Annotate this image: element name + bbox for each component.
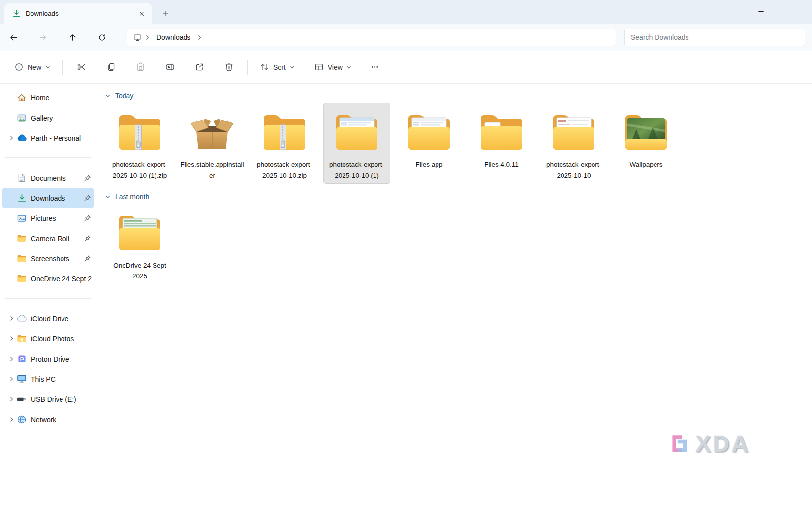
chevron-right-icon[interactable] [7,336,16,341]
folder-sheet-green-icon [116,209,163,256]
copy-button[interactable] [101,58,121,77]
forward-button[interactable] [33,29,52,46]
zip-folder-icon [116,108,163,155]
file-explorer-window: { "window": { "tab_title": "Downloads" }… [0,0,812,513]
onedrive-cloud-icon [16,134,27,142]
chevron-right-icon[interactable] [7,396,16,402]
monitor-icon [133,33,142,42]
share-button[interactable] [189,58,209,77]
chevron-down-icon [290,65,295,70]
sidebar-item-network[interactable]: Network [2,409,94,429]
file-item-photostack-export-2025-10-10-zip[interactable]: photostack-export-2025-10-10.zip [251,103,317,183]
breadcrumb[interactable]: Downloads [127,29,616,46]
titlebar: Downloads [0,0,812,24]
file-name: photostack-export-2025-10-10 [542,159,606,181]
chevron-right-icon[interactable] [7,376,16,382]
sidebar-item-this-pc[interactable]: This PC [2,369,94,389]
cut-button[interactable] [71,58,91,77]
file-item-files-app[interactable]: Files app [396,103,462,173]
back-icon [9,33,18,42]
pin-icon [83,255,92,262]
sidebar-item-home[interactable]: Home [2,88,94,108]
delete-button[interactable] [219,58,239,77]
share-icon [195,62,204,72]
close-icon [139,11,145,17]
delete-icon [224,62,234,72]
file-item-photostack-export-2025-10-10-1-zip[interactable]: photostack-export-2025-10-10 (1).zip [107,103,173,183]
file-item-onedrive-24-sept-2025[interactable]: OneDrive 24 Sept 2025 [107,204,173,284]
package-box-icon [188,108,236,155]
sidebar-item-onedrive-24-sept-2[interactable]: OneDrive 24 Sept 2 [2,269,94,289]
file-name: Files-4.0.11 [469,159,533,170]
file-item-files-4-0-11[interactable]: Files-4.0.11 [468,103,534,173]
sidebar-item-pictures[interactable]: Pictures [2,208,94,228]
up-button[interactable] [63,29,82,46]
sidebar-separator [5,298,91,299]
sidebar-item-parth-personal[interactable]: Parth - Personal [2,128,94,148]
file-item-files-stable-appinstaller[interactable]: Files.stable.appinstaller [179,103,245,183]
file-item-wallpapers[interactable]: Wallpapers [613,103,679,173]
chevron-down-icon [45,65,50,70]
plus-circle-icon [14,62,24,72]
sidebar-item-icloud-drive[interactable]: iCloud Drive [2,308,94,329]
sidebar-item-screenshots[interactable]: Screenshots [2,248,94,269]
new-button[interactable]: New [8,58,56,77]
navigation-bar: Downloads [0,24,812,51]
new-tab-button[interactable] [157,5,173,21]
forward-icon [39,33,47,42]
sidebar-item-gallery[interactable]: Gallery [2,108,94,128]
group-header-today[interactable]: Today [105,91,812,101]
chevron-right-icon[interactable] [7,135,16,141]
view-button-label: View [328,63,343,71]
sidebar-item-downloads[interactable]: Downloads [2,188,94,208]
chevron-right-icon[interactable] [7,356,16,362]
more-options-button[interactable] [365,58,385,77]
back-button[interactable] [4,29,23,46]
file-grid: photostack-export-2025-10-10 (1).zipFile… [107,103,812,183]
sidebar-item-documents[interactable]: Documents [2,168,94,188]
sidebar-item-usb-drive-e[interactable]: USB Drive (E:) [2,389,94,409]
view-button[interactable]: View [309,58,357,77]
proton-drive-icon [16,355,27,363]
close-tab-button[interactable] [136,8,148,20]
xda-logo-icon [667,431,692,456]
folder-window-gray-icon [406,108,453,155]
chevron-right-icon[interactable] [7,417,16,422]
view-icon [314,62,324,72]
sidebar-item-label: Downloads [31,194,81,202]
refresh-button[interactable] [93,29,111,46]
zip-folder-icon [261,108,308,155]
sidebar-item-proton-drive[interactable]: Proton Drive [2,349,94,369]
downloads-icon [16,193,27,203]
folder-small-icon [16,234,27,242]
home-icon [16,93,27,103]
pin-icon [83,214,92,222]
sort-button[interactable]: Sort [254,58,301,77]
minimize-icon [757,8,765,15]
sidebar-item-label: Gallery [31,114,92,122]
command-toolbar: New Sort View [0,51,812,84]
icloud-drive-icon [16,315,27,322]
pictures-icon [16,213,27,223]
sidebar-item-label: USB Drive (E:) [31,395,92,403]
breadcrumb-item-downloads[interactable]: Downloads [153,33,194,41]
sidebar-nav: HomeGalleryParth - PersonalDocumentsDown… [0,84,96,513]
file-item-photostack-export-2025-10-10-1[interactable]: photostack-export-2025-10-10 (1) [324,103,390,183]
sort-icon [260,62,269,72]
group-header-last-month[interactable]: Last month [105,191,812,202]
chevron-right-icon[interactable] [7,316,16,321]
tab-downloads[interactable]: Downloads [4,3,152,24]
sidebar-item-label: Proton Drive [31,355,92,363]
sidebar-item-camera-roll[interactable]: Camera Roll [2,228,94,248]
document-icon [16,173,27,182]
pin-icon [83,235,92,242]
rename-button[interactable] [160,58,180,77]
file-item-photostack-export-2025-10-10[interactable]: photostack-export-2025-10-10 [541,103,607,183]
plus-icon [162,10,169,17]
minimize-button[interactable] [750,1,772,22]
paste-button[interactable] [130,58,150,77]
search-input[interactable] [624,29,805,46]
sidebar-separator [5,157,91,158]
sidebar-item-icloud-photos[interactable]: iCloud Photos [2,329,94,349]
folder-small-icon [16,254,27,263]
